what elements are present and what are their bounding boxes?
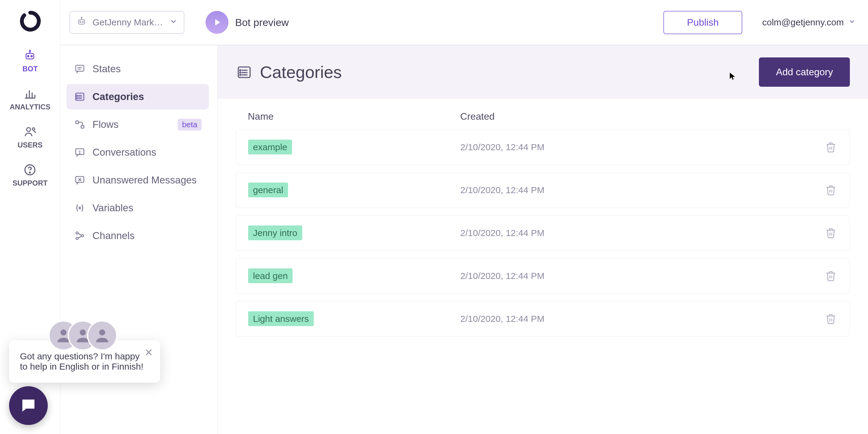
publish-label: Publish: [687, 17, 719, 28]
sidebar-item-label: States: [92, 63, 121, 75]
nav-support-label: SUPPORT: [12, 179, 48, 187]
sidebar-item-label: Flows: [92, 119, 119, 130]
created-date: 2/10/2020, 12:44 PM: [460, 228, 824, 238]
svg-point-15: [80, 21, 81, 22]
chevron-down-icon: [169, 17, 178, 28]
bot-preview[interactable]: Bot preview: [206, 11, 289, 34]
svg-point-54: [99, 330, 105, 336]
sidebar-item-categories[interactable]: Categories: [66, 84, 209, 110]
add-category-button[interactable]: Add category: [759, 57, 850, 87]
sidebar-item-conversations[interactable]: Conversations: [66, 140, 209, 165]
svg-point-28: [76, 97, 77, 97]
play-icon: [206, 11, 228, 34]
table-row[interactable]: lead gen 2/10/2020, 12:44 PM: [236, 258, 850, 294]
svg-point-42: [81, 235, 84, 237]
svg-line-44: [78, 236, 81, 238]
created-date: 2/10/2020, 12:44 PM: [460, 185, 824, 195]
sidebar-item-variables[interactable]: Variables: [66, 195, 209, 221]
svg-rect-31: [81, 125, 84, 128]
bot-selector-label: GetJenny Marketi…: [92, 17, 164, 28]
table-row[interactable]: Jenny intro 2/10/2020, 12:44 PM: [236, 215, 850, 251]
created-date: 2/10/2020, 12:44 PM: [460, 271, 824, 281]
publish-button[interactable]: Publish: [663, 11, 742, 34]
chat-launcher[interactable]: [9, 386, 48, 425]
users-icon: [23, 125, 37, 139]
nav-bot[interactable]: BOT: [22, 49, 38, 73]
beta-badge: beta: [178, 119, 202, 130]
analytics-icon: [23, 87, 37, 101]
bot-icon: [23, 49, 37, 63]
delete-button[interactable]: [824, 312, 837, 326]
main-panel: Categories Add category Name Created exa…: [218, 45, 868, 434]
svg-point-49: [240, 69, 241, 70]
user-email: colm@getjenny.com: [762, 17, 844, 28]
categories-table: Name Created example 2/10/2020, 12:44 PM…: [218, 99, 868, 434]
nav-analytics-label: ANALYTICS: [10, 103, 51, 111]
list-icon: [74, 91, 86, 103]
delete-button[interactable]: [824, 226, 837, 240]
unanswered-icon: [74, 174, 86, 186]
created-date: 2/10/2020, 12:44 PM: [460, 314, 824, 324]
svg-rect-30: [76, 121, 79, 124]
category-tag: general: [248, 183, 288, 197]
add-category-label: Add category: [776, 66, 833, 78]
category-tag: lead gen: [248, 268, 292, 283]
avatar-stack: [49, 320, 117, 350]
svg-point-18: [81, 17, 82, 18]
top-bar: GetJenny Marketi… Bot preview Publish co…: [60, 0, 868, 45]
table-row[interactable]: Light answers 2/10/2020, 12:44 PM: [236, 301, 850, 337]
svg-point-29: [76, 98, 77, 99]
svg-point-2: [31, 56, 32, 57]
sidebar-item-unanswered[interactable]: Unanswered Messages: [66, 167, 209, 193]
svg-point-34: [80, 154, 80, 154]
robot-icon: [76, 16, 87, 29]
app-logo: [18, 9, 42, 33]
svg-point-10: [27, 128, 31, 131]
sidebar-item-label: Unanswered Messages: [92, 175, 197, 186]
svg-point-40: [76, 232, 78, 234]
created-date: 2/10/2020, 12:44 PM: [460, 142, 824, 152]
flow-icon: [74, 119, 86, 130]
sidebar-item-channels[interactable]: Channels: [66, 223, 209, 248]
svg-point-4: [30, 51, 31, 52]
svg-line-43: [78, 234, 81, 236]
sidebar-item-states[interactable]: States: [66, 56, 209, 82]
conversation-icon: [74, 146, 86, 158]
sidebar-item-label: Conversations: [92, 147, 156, 158]
delete-button[interactable]: [824, 141, 837, 154]
sidebar-item-label: Variables: [92, 202, 133, 214]
nav-analytics[interactable]: ANALYTICS: [10, 87, 51, 111]
sidebar-item-label: Categories: [92, 91, 144, 102]
user-menu[interactable]: colm@getjenny.com: [762, 17, 856, 28]
nav-bot-label: BOT: [22, 65, 38, 73]
delete-button[interactable]: [824, 183, 837, 197]
table-row[interactable]: example 2/10/2020, 12:44 PM: [236, 129, 850, 165]
column-header-name: Name: [248, 111, 460, 122]
variables-icon: [74, 202, 86, 214]
sidebar-item-flows[interactable]: Flows beta: [66, 112, 209, 137]
nav-users[interactable]: USERS: [18, 125, 42, 149]
chevron-down-icon: [848, 17, 856, 28]
svg-point-27: [76, 95, 77, 96]
avatar: [87, 320, 117, 350]
close-icon[interactable]: ✕: [145, 346, 153, 359]
delete-button[interactable]: [824, 269, 837, 283]
chat-popover: ✕ Got any questions? I'm happy to help i…: [9, 340, 160, 383]
svg-point-52: [60, 330, 66, 336]
svg-rect-20: [76, 65, 84, 71]
svg-point-1: [28, 56, 29, 57]
column-header-created: Created: [460, 111, 838, 122]
table-row[interactable]: general 2/10/2020, 12:44 PM: [236, 172, 850, 208]
category-tag: Light answers: [248, 311, 314, 326]
svg-point-53: [80, 330, 86, 336]
svg-point-50: [240, 72, 241, 73]
support-icon: [23, 163, 37, 177]
category-tag: example: [248, 140, 292, 154]
bot-preview-label: Bot preview: [235, 17, 289, 28]
nav-support[interactable]: SUPPORT: [12, 163, 48, 187]
sidebar-item-label: Channels: [92, 230, 134, 242]
chat-icon: [74, 63, 86, 75]
chat-message: Got any questions? I'm happy to help in …: [20, 351, 149, 372]
svg-point-13: [30, 172, 31, 173]
bot-selector[interactable]: GetJenny Marketi…: [69, 11, 184, 34]
